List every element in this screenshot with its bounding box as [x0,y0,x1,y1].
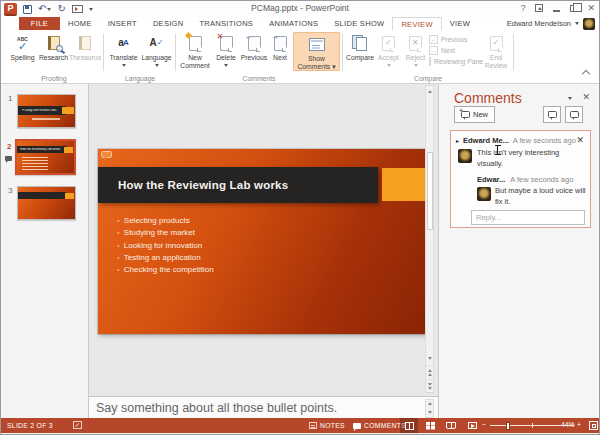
tab-transitions[interactable]: TRANSITIONS [191,17,261,30]
ribbon-display-options-icon[interactable] [535,4,543,12]
help-icon[interactable]: ? [520,3,525,13]
account-menu[interactable]: Edward Mendelson [507,17,599,30]
pane-options-icon[interactable] [568,97,572,100]
scroll-down-icon[interactable] [426,353,433,364]
zoom-level[interactable]: 44% [561,421,575,428]
compare-next-button[interactable]: → Next [429,45,482,56]
group-comments: New Comment ✕ Delete ← Previous → Next [178,30,340,83]
window-title: PCMag.pptx - PowerPoint [1,3,599,13]
thumbnail-number: 3 [8,186,12,195]
thesaurus-button[interactable]: Thesaurus [69,32,101,62]
tab-view[interactable]: VIEW [442,17,478,30]
slide-canvas: How the Reviewing Lab works Selecting pr… [89,84,438,418]
tab-animations[interactable]: ANIMATIONS [261,17,326,30]
tab-insert[interactable]: INSERT [100,17,145,30]
status-bar: SLIDE 2 OF 3 NOTES COMMENTS − + 44% [1,418,599,433]
slide-sorter-button[interactable] [421,418,439,433]
research-button[interactable]: Research [38,32,69,62]
next-comment-pane-button[interactable]: → [565,106,583,123]
thesaurus-icon [79,33,91,53]
thumbnail-comment-marker-icon [5,156,12,161]
spell-check-status-icon[interactable] [73,421,82,429]
tab-slideshow[interactable]: SLIDE SHOW [326,17,392,30]
slide-accent-rectangle[interactable] [382,168,425,201]
reject-dropdown-icon [414,64,418,67]
vertical-scrollbar[interactable] [425,85,434,393]
normal-view-button[interactable] [400,418,418,433]
translate-button[interactable]: a A Translate [107,32,140,67]
notes-scroll-up-icon[interactable] [426,399,433,408]
slide-comment-marker-icon[interactable] [101,151,112,158]
close-icon[interactable]: ✕ [587,3,595,13]
pane-close-icon[interactable]: ✕ [582,92,590,102]
comment-time: A few seconds ago [513,136,576,145]
compare-previous-button[interactable]: ← Previous [429,34,482,45]
compare-button[interactable]: Compare [345,32,375,69]
user-avatar [583,18,595,30]
notes-icon [309,422,317,429]
delete-comment-icon[interactable]: ✕ [576,135,584,145]
show-comments-button[interactable]: Show Comments ▾ [293,32,340,71]
tab-review[interactable]: REVIEW [392,17,441,30]
tab-file[interactable]: FILE [19,17,60,30]
zoom-slider-thumb[interactable] [506,422,510,430]
spelling-button[interactable]: ABC ✓ Spelling [7,32,38,62]
comments-toggle[interactable]: COMMENTS [353,422,406,429]
new-comment-pane-button[interactable]: + New [454,106,495,123]
compare-icon [352,33,368,53]
reject-button[interactable]: ✕ Reject [402,32,429,69]
previous-comment-pane-button[interactable]: ← [543,106,561,123]
translate-dropdown-icon [122,64,126,67]
notes-scrollbar[interactable] [425,399,434,418]
accept-button[interactable]: ✓ Accept [375,32,402,69]
slide-thumbnail-2[interactable]: How the Reviewing Lab works [15,139,76,175]
reply-time: A few seconds ago [510,175,573,184]
slide-thumbnail-3[interactable] [17,186,76,220]
reading-view-button[interactable] [442,418,460,433]
slide-editor[interactable]: How the Reviewing Lab works Selecting pr… [98,149,426,334]
minimize-icon[interactable] [553,10,560,12]
new-comment-icon [189,33,202,53]
ribbon-tabs: FILE HOME INSERT DESIGN TRANSITIONS ANIM… [1,17,599,30]
previous-comment-button[interactable]: ← Previous [240,32,268,71]
slide-bullet-list[interactable]: Selecting products Studying the market L… [117,215,214,276]
scrollbar-thumb[interactable] [427,152,433,230]
group-proofing: ABC ✓ Spelling Research Thesaurus Proofi… [7,30,101,83]
fit-slide-to-window-icon[interactable] [589,421,598,430]
slide-thumbnail-1[interactable]: PCMag.com Review Labs [17,94,76,128]
end-review-button[interactable]: ✓ End Review [482,32,510,69]
slide-title-box[interactable]: How the Reviewing Lab works [98,167,378,203]
notes-scroll-down-icon[interactable] [426,408,433,417]
restore-icon[interactable] [570,5,577,12]
next-comment-button[interactable]: → Next [268,32,292,71]
new-comment-button[interactable]: New Comment [178,32,212,71]
reply-input[interactable] [471,210,585,225]
comments-pane: Comments ✕ + New ← → ▸ Edward Me... A fe… [438,84,600,418]
text-cursor [497,145,498,155]
group-label-compare: Compare [345,75,511,82]
slide-bullet: Testing an application [117,252,214,264]
comments-icon [353,423,361,429]
next-slide-button[interactable] [426,379,433,392]
reviewing-pane-icon [429,57,431,66]
delete-comment-button[interactable]: ✕ Delete [212,32,240,71]
notes-pane[interactable]: Say something about all those bullet poi… [89,396,438,418]
normal-view-icon [405,422,414,430]
zoom-in-button[interactable]: + [577,421,581,428]
zoom-out-button[interactable]: − [482,421,486,428]
tab-home[interactable]: HOME [60,17,100,30]
compare-previous-icon: ← [429,35,438,44]
reply-text: But maybe a loud voice will fix it. [495,186,587,207]
reviewing-pane-button[interactable]: Reviewing Pane [429,56,482,67]
slide-show-button[interactable] [463,418,481,433]
comment-card[interactable]: ▸ Edward Me... A few seconds ago ✕ This … [450,130,591,228]
collapse-ribbon-icon[interactable] [582,70,590,78]
comment-text: This isn't very interesting visually. [477,148,581,169]
group-label-proofing: Proofing [7,75,101,82]
notes-toggle[interactable]: NOTES [309,422,345,429]
previous-slide-button[interactable] [426,365,433,378]
scroll-up-icon[interactable] [426,86,433,97]
previous-comment-icon: ← [248,33,261,53]
language-button[interactable]: A ✓ Language [140,32,173,67]
tab-design[interactable]: DESIGN [145,17,192,30]
